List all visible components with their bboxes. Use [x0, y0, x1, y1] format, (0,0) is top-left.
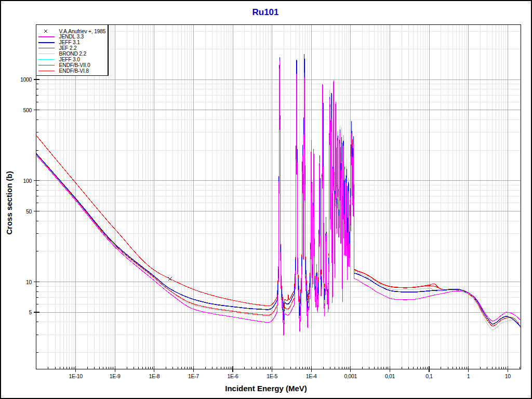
svg-text:ENDF/B-VII.0: ENDF/B-VII.0 — [59, 62, 90, 68]
svg-text:JEFF 3.1: JEFF 3.1 — [59, 39, 81, 45]
svg-text:0,01: 0,01 — [385, 373, 395, 379]
svg-text:JEF 2.2: JEF 2.2 — [59, 45, 77, 51]
svg-text:Incident Energy (MeV): Incident Energy (MeV) — [225, 384, 307, 393]
svg-text:BROND 2.2: BROND 2.2 — [59, 51, 87, 57]
svg-text:1E-9: 1E-9 — [110, 373, 121, 379]
svg-text:50: 50 — [26, 208, 32, 215]
svg-text:Cross section (b): Cross section (b) — [5, 171, 14, 235]
svg-text:10: 10 — [26, 279, 32, 285]
svg-text:500: 500 — [23, 107, 32, 113]
svg-text:1E-6: 1E-6 — [228, 373, 238, 379]
svg-text:5: 5 — [29, 309, 32, 315]
svg-text:1E-7: 1E-7 — [188, 373, 199, 379]
svg-text:1E-10: 1E-10 — [69, 373, 83, 379]
svg-text:1E-4: 1E-4 — [306, 373, 317, 379]
svg-text:1000: 1000 — [20, 76, 32, 83]
svg-text:100: 100 — [23, 178, 32, 184]
svg-text:Ru101: Ru101 — [252, 7, 278, 17]
svg-text:JEFF 3.0: JEFF 3.0 — [59, 57, 81, 62]
svg-text:V.A.Anufriev +, 1985: V.A.Anufriev +, 1985 — [59, 29, 106, 34]
svg-text:10: 10 — [505, 373, 511, 379]
svg-text:0,001: 0,001 — [344, 373, 357, 379]
svg-text:ENDF/B-VI.8: ENDF/B-VI.8 — [59, 68, 89, 74]
svg-text:1E-5: 1E-5 — [267, 373, 277, 379]
svg-text:1E-8: 1E-8 — [149, 373, 159, 379]
svg-text:1: 1 — [467, 373, 470, 379]
svg-text:0,1: 0,1 — [425, 373, 433, 379]
svg-text:JENDL 3.3: JENDL 3.3 — [59, 34, 84, 39]
